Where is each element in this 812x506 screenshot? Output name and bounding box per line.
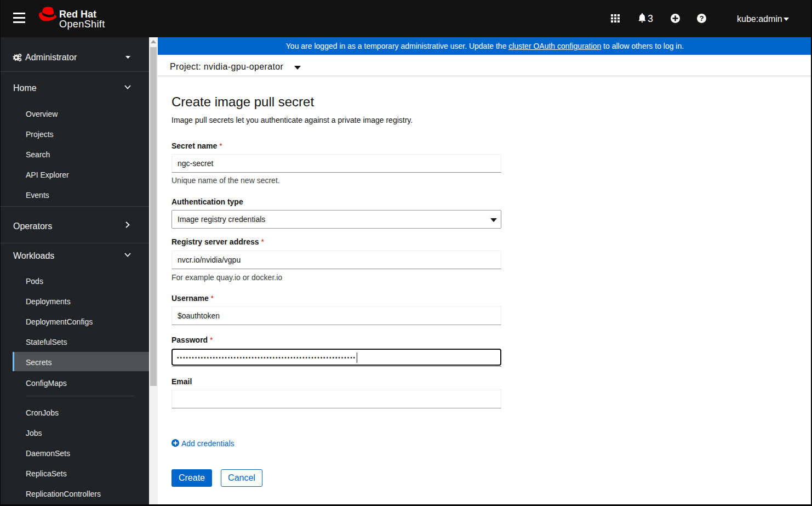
- svg-text:?: ?: [699, 14, 704, 22]
